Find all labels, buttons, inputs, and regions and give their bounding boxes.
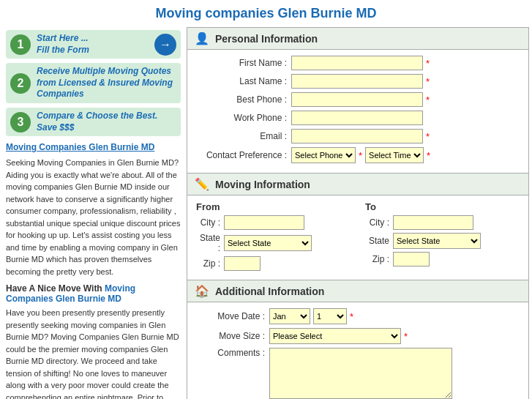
step-2-box: 2 Receive Multiple Moving Quotes from Li…: [6, 63, 181, 103]
contact-pref-row: Contact Preference : Select Phone Home P…: [196, 147, 520, 163]
additional-icon: 🏠: [195, 284, 209, 298]
move-size-label: Move Size :: [196, 331, 269, 341]
moving-icon: ✏️: [195, 177, 209, 191]
personal-section-header: 👤 Personal Information: [187, 28, 528, 50]
best-phone-required: *: [426, 94, 430, 105]
move-size-select[interactable]: Please Select Studio 1 Bedroom 2 Bedroom…: [269, 328, 401, 344]
additional-section-header: 🏠 Additional Information: [187, 280, 528, 302]
best-phone-input[interactable]: [291, 92, 423, 107]
to-city-input[interactable]: [393, 215, 473, 230]
from-city-row: City :: [196, 215, 351, 230]
from-state-label: State :: [196, 233, 224, 253]
step-3-box: 3 Compare & Choose the Best. Save $$$: [6, 108, 181, 136]
from-zip-input[interactable]: [224, 256, 261, 271]
sidebar-intro: Seeking Moving Companies in Glen Burnie …: [6, 157, 181, 277]
to-state-row: State Select State AlabamaAlaskaArizona …: [365, 233, 520, 249]
step-1-box: 1 Start Here ...Fill the Form →: [6, 30, 181, 59]
move-day-select[interactable]: 12345 678910 1112131415 1617181920 21222…: [313, 308, 347, 324]
step-3-text: Compare & Choose the Best. Save $$$: [37, 111, 176, 133]
personal-icon: 👤: [195, 31, 209, 45]
from-city-input[interactable]: [224, 215, 304, 230]
page-title: Moving companies Glen Burnie MD: [0, 0, 532, 26]
move-date-row: Move Date : JanFebMarApr MayJunJulAug Se…: [196, 308, 520, 324]
move-date-required: *: [350, 311, 353, 322]
from-zip-label: Zip :: [196, 258, 224, 269]
best-phone-label: Best Phone :: [196, 94, 291, 105]
email-input[interactable]: [291, 129, 423, 143]
step-2-number: 2: [10, 73, 31, 94]
email-label: Email :: [196, 131, 291, 141]
form-panel: 👤 Personal Information First Name : * La…: [187, 27, 529, 399]
comments-textarea[interactable]: [269, 348, 452, 399]
sidebar-heading-2-link[interactable]: Moving Companies Glen Burnie MD: [6, 283, 135, 304]
best-phone-row: Best Phone : *: [196, 92, 520, 107]
last-name-row: Last Name : *: [196, 74, 520, 89]
move-size-required: *: [404, 331, 408, 342]
comments-row: Comments :: [196, 348, 520, 399]
sidebar-heading-2: Have A Nice Move With Moving Companies G…: [6, 283, 181, 304]
to-state-select[interactable]: Select State AlabamaAlaskaArizona Arkans…: [393, 233, 481, 249]
to-city-row: City :: [365, 215, 520, 230]
moving-section-header: ✏️ Moving Information: [187, 174, 528, 195]
first-name-required: *: [426, 58, 430, 69]
step-1-text: Start Here ...Fill the Form: [37, 33, 150, 56]
additional-section-title: Additional Information: [215, 286, 324, 297]
email-row: Email : *: [196, 129, 520, 143]
to-zip-label: Zip :: [365, 254, 393, 264]
from-state-row: State : Select State AlabamaAlaskaArizon…: [196, 233, 351, 253]
from-to-layout: From City : State : Select State Alabama…: [196, 201, 520, 274]
last-name-label: Last Name :: [196, 76, 291, 86]
step-1-arrow[interactable]: →: [154, 34, 176, 56]
from-column: From City : State : Select State Alabama…: [196, 201, 351, 274]
step-3-number: 3: [10, 112, 31, 133]
step-1-number: 1: [10, 34, 31, 55]
from-city-label: City :: [196, 217, 224, 228]
email-required: *: [426, 131, 430, 142]
contact-pref-label: Contact Preference :: [196, 150, 291, 160]
contact-phone-select[interactable]: Select Phone Home Phone Work Phone Cell …: [291, 147, 356, 163]
comments-label: Comments :: [196, 348, 269, 358]
contact-pref-controls: Select Phone Home Phone Work Phone Cell …: [291, 147, 430, 163]
sidebar-link[interactable]: Moving Companies Glen Burnie MD: [6, 142, 181, 152]
sidebar: 1 Start Here ...Fill the Form → 2 Receiv…: [0, 26, 187, 399]
to-zip-input[interactable]: [393, 252, 430, 266]
work-phone-input[interactable]: [291, 111, 423, 125]
moving-section: From City : State : Select State Alabama…: [187, 195, 528, 280]
first-name-row: First Name : *: [196, 56, 520, 70]
personal-section-title: Personal Information: [215, 33, 318, 45]
to-column: To City : State Select State AlabamaAlas…: [365, 201, 520, 274]
move-date-label: Move Date :: [196, 311, 269, 321]
work-phone-label: Work Phone :: [196, 113, 291, 123]
work-phone-row: Work Phone :: [196, 111, 520, 125]
contact-time-select[interactable]: Select Time Morning Afternoon Evening: [365, 147, 424, 163]
first-name-input[interactable]: [291, 56, 423, 70]
contact-phone-required: *: [359, 150, 362, 161]
contact-time-required: *: [427, 150, 430, 161]
from-zip-row: Zip :: [196, 256, 351, 271]
sidebar-body-2: Have you been presently presently presen…: [6, 307, 181, 399]
additional-section: Move Date : JanFebMarApr MayJunJulAug Se…: [187, 302, 528, 399]
move-month-select[interactable]: JanFebMarApr MayJunJulAug SepOctNovDec: [269, 308, 310, 324]
step-2-text: Receive Multiple Moving Quotes from Lice…: [37, 66, 176, 100]
from-heading: From: [196, 201, 351, 212]
personal-section: First Name : * Last Name : * Best Phone …: [187, 50, 528, 173]
from-state-select[interactable]: Select State AlabamaAlaskaArizona Arkans…: [224, 235, 312, 251]
moving-section-title: Moving Information: [215, 179, 310, 190]
last-name-required: *: [426, 76, 430, 87]
to-state-label: State: [365, 236, 393, 246]
to-city-label: City :: [365, 217, 393, 228]
move-size-row: Move Size : Please Select Studio 1 Bedro…: [196, 328, 520, 344]
to-zip-row: Zip :: [365, 252, 520, 266]
first-name-label: First Name :: [196, 58, 291, 68]
last-name-input[interactable]: [291, 74, 423, 89]
to-heading: To: [365, 201, 520, 212]
